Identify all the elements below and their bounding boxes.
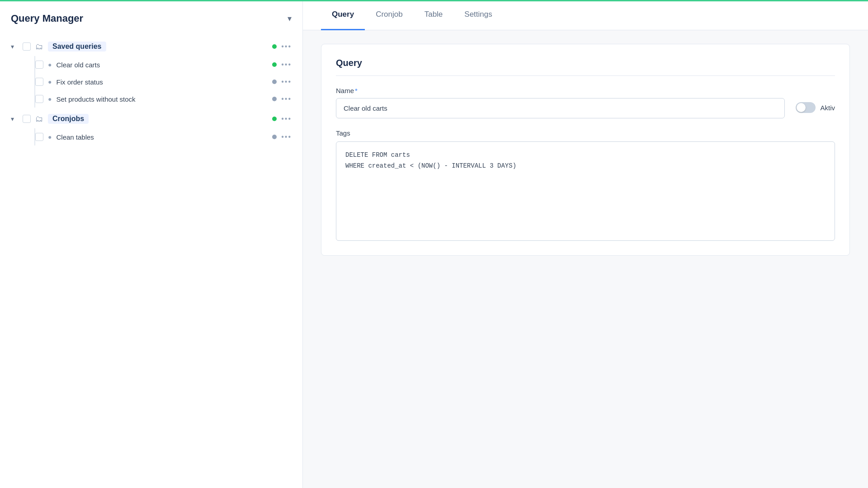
item-status-dot-clean-tables xyxy=(272,135,277,139)
item-status-dot-set-products-without-stock xyxy=(272,97,277,101)
group-actions-cronjobs: ••• xyxy=(272,115,292,123)
toggle-label: Aktiv xyxy=(820,104,835,112)
status-dot-saved-queries xyxy=(272,44,277,49)
group-cronjobs: ▾ 🗂 Cronjobs ••• ● Clean tables ••• xyxy=(0,109,302,145)
group-chevron-icon: ▾ xyxy=(11,43,18,50)
item-actions-set-products-without-stock: ••• xyxy=(272,95,292,103)
item-label-clean-tables: Clean tables xyxy=(56,133,272,141)
list-item-set-products-without-stock[interactable]: ● Set products without stock ••• xyxy=(34,90,302,108)
more-menu-icon-cronjobs[interactable]: ••• xyxy=(281,115,292,123)
status-dot-cronjobs xyxy=(272,117,277,121)
list-item-clear-old-carts[interactable]: ● Clear old carts ••• xyxy=(34,56,302,73)
name-field-row: Name* Aktiv xyxy=(336,87,835,118)
list-item-fix-order-status[interactable]: ● Fix order status ••• xyxy=(34,73,302,90)
tab-cronjob[interactable]: Cronjob xyxy=(365,0,414,30)
group-header-saved-queries[interactable]: ▾ 🗂 Saved queries ••• xyxy=(0,37,302,56)
name-input[interactable] xyxy=(336,98,785,118)
main-content: QueryCronjobTableSettings Query Name* Ak… xyxy=(303,0,868,488)
sidebar-chevron-icon[interactable]: ▾ xyxy=(288,14,292,23)
tabs-bar: QueryCronjobTableSettings xyxy=(303,0,868,30)
sidebar-title: Query Manager xyxy=(11,13,83,24)
item-more-icon-clear-old-carts[interactable]: ••• xyxy=(281,61,292,69)
query-card: Query Name* Aktiv Tags DELETE FROM carts… xyxy=(321,44,850,256)
item-status-dot-fix-order-status xyxy=(272,80,277,84)
item-checkbox-fix-order-status[interactable] xyxy=(35,78,43,86)
group-actions-saved-queries: ••• xyxy=(272,42,292,51)
item-checkbox-clean-tables[interactable] xyxy=(35,133,43,141)
item-actions-clean-tables: ••• xyxy=(272,133,292,141)
groups-container: ▾ 🗂 Saved queries ••• ● Clear old carts … xyxy=(0,37,302,145)
sidebar-header: Query Manager ▾ xyxy=(0,13,302,37)
toggle-wrap: Aktiv xyxy=(796,92,835,113)
item-dot-icon: ● xyxy=(48,78,52,85)
group-label-saved-queries: Saved queries xyxy=(48,42,106,52)
aktiv-toggle[interactable] xyxy=(796,102,816,113)
tags-label: Tags xyxy=(336,129,835,137)
item-checkbox-clear-old-carts[interactable] xyxy=(35,61,43,69)
folder-icon: 🗂 xyxy=(35,114,43,124)
item-dot-icon: ● xyxy=(48,133,52,141)
item-actions-clear-old-carts: ••• xyxy=(272,61,292,69)
name-label: Name* xyxy=(336,87,785,94)
group-items-cronjobs: ● Clean tables ••• xyxy=(0,128,302,145)
item-label-fix-order-status: Fix order status xyxy=(56,78,272,86)
group-chevron-icon: ▾ xyxy=(11,115,18,122)
card-title: Query xyxy=(336,58,835,76)
group-checkbox-saved-queries[interactable] xyxy=(23,42,31,51)
sql-editor[interactable]: DELETE FROM cartsWHERE created_at < (NOW… xyxy=(336,141,835,241)
group-header-cronjobs[interactable]: ▾ 🗂 Cronjobs ••• xyxy=(0,109,302,128)
group-items-saved-queries: ● Clear old carts ••• ● Fix order status… xyxy=(0,56,302,108)
sql-line: WHERE created_at < (NOW() - INTERVALL 3 … xyxy=(345,161,826,172)
item-dot-icon: ● xyxy=(48,95,52,103)
list-item-clean-tables[interactable]: ● Clean tables ••• xyxy=(34,128,302,145)
group-checkbox-cronjobs[interactable] xyxy=(23,115,31,123)
item-label-clear-old-carts: Clear old carts xyxy=(56,61,272,69)
folder-icon: 🗂 xyxy=(35,42,43,52)
tab-table[interactable]: Table xyxy=(414,0,454,30)
item-label-set-products-without-stock: Set products without stock xyxy=(56,95,272,103)
item-dot-icon: ● xyxy=(48,61,52,68)
item-more-icon-clean-tables[interactable]: ••• xyxy=(281,133,292,141)
name-input-wrap: Name* xyxy=(336,87,785,118)
tab-query[interactable]: Query xyxy=(321,0,365,30)
content-area: Query Name* Aktiv Tags DELETE FROM carts… xyxy=(303,30,868,269)
more-menu-icon-saved-queries[interactable]: ••• xyxy=(281,42,292,51)
item-more-icon-set-products-without-stock[interactable]: ••• xyxy=(281,95,292,103)
sql-line: DELETE FROM carts xyxy=(345,150,826,161)
tab-settings[interactable]: Settings xyxy=(453,0,503,30)
item-more-icon-fix-order-status[interactable]: ••• xyxy=(281,78,292,86)
sidebar: Query Manager ▾ ▾ 🗂 Saved queries ••• ● … xyxy=(0,0,303,488)
group-saved-queries: ▾ 🗂 Saved queries ••• ● Clear old carts … xyxy=(0,37,302,108)
group-label-cronjobs: Cronjobs xyxy=(48,114,89,124)
item-status-dot-clear-old-carts xyxy=(272,62,277,67)
item-checkbox-set-products-without-stock[interactable] xyxy=(35,95,43,103)
item-actions-fix-order-status: ••• xyxy=(272,78,292,86)
